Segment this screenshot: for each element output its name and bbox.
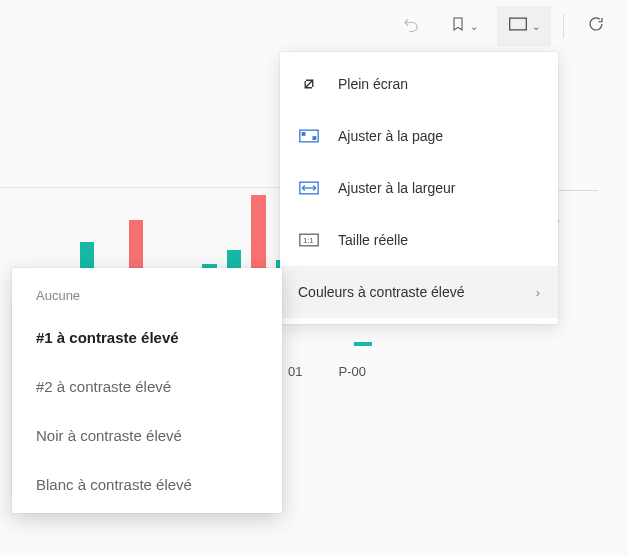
fit-to-page-icon <box>298 125 320 147</box>
toolbar-divider <box>563 14 564 38</box>
svg-rect-2 <box>302 133 305 136</box>
option-label: #2 à contraste élevé <box>36 378 171 395</box>
refresh-icon <box>587 15 605 37</box>
menu-item-label: Taille réelle <box>338 232 408 248</box>
menu-item-fit-page[interactable]: Ajuster à la page <box>280 110 558 162</box>
menu-item-label: Plein écran <box>338 76 408 92</box>
chevron-right-icon: › <box>536 285 540 300</box>
top-toolbar: ⌄ ⌄ <box>391 0 628 52</box>
option-label: Noir à contraste élevé <box>36 427 182 444</box>
view-menu: Plein écran Ajuster à la page Ajuster à … <box>280 52 558 324</box>
fullscreen-icon <box>298 73 320 95</box>
menu-item-label: Ajuster à la largeur <box>338 180 456 196</box>
undo-button[interactable] <box>391 6 431 46</box>
contrast-option-1[interactable]: #1 à contraste élevé <box>12 313 282 362</box>
svg-rect-0 <box>510 18 527 30</box>
high-contrast-submenu: Aucune #1 à contraste élevé #2 à contras… <box>12 268 282 513</box>
menu-item-label: Couleurs à contraste élevé <box>298 284 465 300</box>
chevron-down-icon: ⌄ <box>470 21 478 32</box>
menu-item-fullscreen[interactable]: Plein écran <box>280 58 558 110</box>
option-label: Blanc à contraste élevé <box>36 476 192 493</box>
svg-rect-3 <box>313 137 316 140</box>
divider-line <box>0 187 280 188</box>
contrast-option-2[interactable]: #2 à contraste élevé <box>12 362 282 411</box>
bookmark-icon <box>450 14 466 38</box>
menu-item-high-contrast[interactable]: Couleurs à contraste élevé › <box>280 266 558 318</box>
x-axis-labels: 01 P-00 <box>288 364 366 379</box>
legend-swatch-teal <box>354 342 372 346</box>
refresh-button[interactable] <box>576 6 616 46</box>
submenu-heading: Aucune <box>12 276 282 313</box>
x-axis-label: 01 <box>288 364 302 379</box>
contrast-option-black[interactable]: Noir à contraste élevé <box>12 411 282 460</box>
menu-item-actual-size[interactable]: 1:1 Taille réelle <box>280 214 558 266</box>
chevron-down-icon: ⌄ <box>532 21 540 32</box>
svg-rect-1 <box>300 130 318 142</box>
menu-item-label: Ajuster à la page <box>338 128 443 144</box>
fit-to-width-icon <box>298 177 320 199</box>
undo-icon <box>402 15 420 37</box>
bookmark-dropdown[interactable]: ⌄ <box>437 6 491 46</box>
menu-item-fit-width[interactable]: Ajuster à la largeur <box>280 162 558 214</box>
x-axis-label: P-00 <box>338 364 365 379</box>
contrast-option-white[interactable]: Blanc à contraste élevé <box>12 460 282 509</box>
view-dropdown[interactable]: ⌄ <box>497 6 551 46</box>
view-rectangle-icon <box>508 16 528 36</box>
option-label: #1 à contraste élevé <box>36 329 179 346</box>
actual-size-icon: 1:1 <box>298 229 320 251</box>
svg-text:1:1: 1:1 <box>303 236 313 245</box>
